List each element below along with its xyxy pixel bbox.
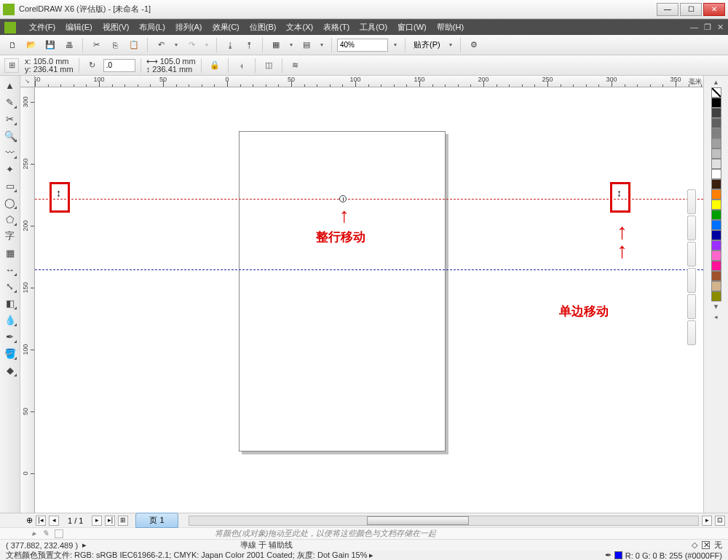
shape-tool[interactable]: ✎ — [2, 94, 18, 110]
rectangle-tool[interactable]: ▭ — [2, 178, 18, 194]
next-page-button[interactable]: ▸ — [92, 516, 102, 526]
lock-button[interactable]: 🔒 — [207, 58, 223, 74]
distribute-button[interactable]: ≋ — [288, 58, 304, 74]
navigator-button[interactable]: ⊡ — [715, 516, 725, 526]
menu-effects[interactable]: 效果(C) — [213, 22, 240, 33]
menu-file[interactable]: 文件(F) — [29, 22, 55, 33]
horizontal-ruler[interactable]: 15010050050100150200250300350 — [35, 76, 703, 87]
pos-y[interactable]: 236.41 mm — [33, 65, 74, 74]
palette-up-icon[interactable]: ▲ — [713, 77, 719, 87]
eyedropper-tool[interactable]: 💧 — [2, 312, 18, 328]
menu-help[interactable]: 帮助(H) — [437, 22, 464, 33]
options-button[interactable]: ⚙ — [466, 37, 482, 53]
mdi-minimize[interactable]: — — [690, 23, 698, 32]
smart-fill-tool[interactable]: ✦ — [2, 161, 18, 177]
docker-tab[interactable] — [687, 268, 696, 293]
next-icon[interactable]: ▸ — [82, 540, 87, 550]
menu-text[interactable]: 文本(X) — [286, 22, 313, 33]
color-swatch[interactable] — [711, 291, 721, 301]
outline-tool[interactable]: ✒ — [2, 328, 18, 344]
scroll-right-button[interactable]: ▸ — [702, 516, 712, 526]
mdi-restore[interactable]: ❐ — [704, 23, 711, 32]
text-tool[interactable]: 字 — [2, 228, 18, 244]
center-button[interactable]: ◫ — [261, 58, 277, 74]
color-swatch[interactable] — [711, 169, 721, 179]
palette-flyout-icon[interactable]: ◂ — [714, 312, 718, 322]
minimize-button[interactable]: — — [657, 3, 678, 16]
nav-dropdown-icon[interactable]: ⊕ — [26, 516, 33, 525]
docker-tab[interactable] — [687, 294, 696, 319]
add-page-button[interactable]: ⊞ — [118, 516, 128, 526]
ellipse-tool[interactable]: ◯ — [2, 194, 18, 210]
vertical-ruler[interactable]: 300250200150100500 — [20, 87, 35, 513]
publish-button[interactable]: ▦ — [268, 37, 284, 53]
color-swatch[interactable] — [711, 251, 721, 261]
prev-page-button[interactable]: ◂ — [49, 516, 59, 526]
color-swatch[interactable] — [711, 149, 721, 159]
new-button[interactable]: 🗋 — [4, 37, 20, 53]
copy-button[interactable]: ⎘ — [107, 37, 123, 53]
color-swatch[interactable] — [711, 118, 721, 128]
export-button[interactable]: ⭱ — [241, 37, 257, 53]
color-swatch[interactable] — [711, 230, 721, 240]
open-button[interactable]: 📂 — [23, 37, 39, 53]
import-button[interactable]: ⭳ — [222, 37, 238, 53]
color-swatch[interactable] — [711, 179, 721, 189]
maximize-button[interactable]: ☐ — [680, 3, 702, 16]
menu-window[interactable]: 窗口(W) — [397, 22, 427, 33]
no-color-swatch[interactable] — [711, 87, 721, 98]
fill-tool[interactable]: 🪣 — [2, 345, 18, 361]
guideline[interactable] — [35, 269, 703, 270]
guideline-selected[interactable] — [35, 199, 703, 200]
dimension-tool[interactable]: ↔ — [2, 261, 18, 277]
color-swatch[interactable] — [711, 281, 721, 291]
docker-tab[interactable] — [687, 189, 696, 214]
eyedrop-icon[interactable]: ✎ — [42, 529, 49, 538]
freehand-tool[interactable]: 〰 — [2, 144, 18, 160]
undo-button[interactable]: ↶ — [153, 37, 169, 53]
cut-button[interactable]: ✂ — [88, 37, 104, 53]
docker-tab[interactable] — [687, 242, 696, 267]
color-swatch[interactable] — [711, 108, 721, 118]
rotation-center-icon[interactable] — [339, 195, 347, 202]
height-value[interactable]: 236.41 mm — [152, 65, 192, 74]
color-swatch[interactable] — [711, 220, 721, 230]
polygon-tool[interactable]: ⬠ — [2, 211, 18, 227]
menu-view[interactable]: 视图(V) — [103, 22, 130, 33]
page-tab[interactable]: 页 1 — [135, 513, 178, 528]
app-launcher-button[interactable]: ▤ — [298, 37, 314, 53]
drawing-canvas[interactable]: ↕ ↕ 整行移动 单边移动 — [35, 87, 703, 513]
table-tool[interactable]: ▦ — [2, 245, 18, 261]
last-page-button[interactable]: ▸| — [105, 516, 115, 526]
pick-tool[interactable]: ▲ — [2, 77, 18, 93]
color-swatch[interactable] — [711, 189, 721, 200]
color-swatch[interactable] — [711, 159, 721, 169]
mdi-close[interactable]: ✕ — [717, 23, 724, 32]
color-swatch[interactable] — [711, 138, 721, 149]
color-swatch[interactable] — [711, 210, 721, 220]
preset-button[interactable]: ⫞ — [234, 58, 250, 74]
effects-tool[interactable]: ◧ — [2, 295, 18, 311]
interactive-fill-tool[interactable]: ◆ — [2, 362, 18, 378]
menu-arrange[interactable]: 排列(A) — [175, 22, 202, 33]
color-swatch[interactable] — [711, 261, 721, 271]
palette-down-icon[interactable]: ▼ — [713, 301, 719, 312]
zoom-tool[interactable]: 🔍 — [2, 127, 18, 143]
empty-swatch-icon[interactable] — [55, 529, 63, 538]
menu-layout[interactable]: 布局(L) — [139, 22, 165, 33]
close-button[interactable]: ✕ — [703, 3, 725, 16]
print-button[interactable]: 🖶 — [61, 37, 77, 53]
redo-button[interactable]: ↷ — [183, 37, 199, 53]
ruler-origin[interactable]: ↘ — [20, 76, 35, 87]
menu-edit[interactable]: 编辑(E) — [66, 22, 92, 33]
crop-tool[interactable]: ✂ — [2, 111, 18, 127]
first-page-button[interactable]: |◂ — [36, 516, 46, 526]
canvas-area[interactable]: ↘ 15010050050100150200250300350 毫米 30025… — [20, 76, 703, 513]
rotation-input[interactable] — [103, 59, 135, 72]
docker-tab[interactable] — [687, 320, 696, 345]
color-swatch[interactable] — [711, 240, 721, 251]
color-swatch[interactable] — [711, 271, 721, 281]
color-swatch[interactable] — [711, 98, 721, 108]
connector-tool[interactable]: ⤡ — [2, 278, 18, 294]
snap-label[interactable]: 贴齐(P) — [411, 39, 443, 50]
